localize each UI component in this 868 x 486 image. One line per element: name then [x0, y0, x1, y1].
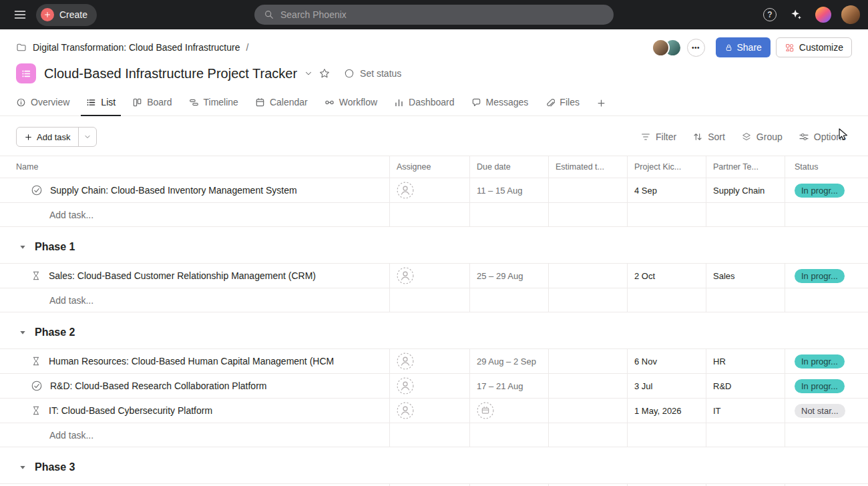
column-header-assignee[interactable]: Assignee	[390, 156, 470, 178]
task-name-cell[interactable]: R&D: Cloud-Based Research Collaboration …	[0, 374, 390, 398]
due-date-cell[interactable]: 11 – 15 Aug	[470, 178, 549, 202]
calendar-placeholder-icon[interactable]	[477, 402, 494, 419]
status-cell[interactable]: In progr...	[785, 374, 868, 398]
task-name-cell[interactable]: IT: Cloud-Based Cybersecurity Platform	[0, 399, 390, 423]
sidebar-toggle-button[interactable]	[8, 3, 32, 27]
assignee-placeholder-icon[interactable]	[397, 377, 414, 395]
more-members-button[interactable]: •••	[687, 39, 705, 57]
project-kickoff-cell[interactable]: 2 Oct	[628, 264, 706, 288]
favorite-star-button[interactable]	[318, 67, 331, 79]
options-button[interactable]: Options	[793, 128, 852, 146]
add-task-caret-button[interactable]	[78, 128, 96, 146]
tab-calendar[interactable]: Calendar	[250, 91, 313, 116]
due-date-cell[interactable]: 17 – 21 Aug	[470, 374, 549, 398]
hourglass-icon[interactable]	[31, 356, 41, 367]
assignee-cell[interactable]	[390, 178, 470, 202]
help-button[interactable]: ?	[763, 8, 777, 21]
add-task-button[interactable]: Add task	[17, 128, 78, 146]
add-task-inline[interactable]: Add task...	[0, 288, 390, 312]
partner-team-cell[interactable]: IT	[706, 399, 785, 423]
filter-button[interactable]: Filter	[634, 128, 682, 146]
estimated-cell[interactable]	[549, 399, 628, 423]
partner-team-cell[interactable]: Supply Chain	[706, 178, 785, 202]
title-chevron-button[interactable]	[304, 69, 313, 78]
add-task-inline[interactable]: Add task...	[0, 203, 390, 226]
task-name[interactable]: Sales: Cloud-Based Customer Relationship…	[49, 270, 316, 281]
project-kickoff-cell[interactable]: 3 Jul	[628, 374, 706, 398]
task-name-cell[interactable]: Sales: Cloud-Based Customer Relationship…	[0, 264, 390, 288]
column-header-estimated[interactable]: Estimated t...	[549, 156, 628, 178]
search-input[interactable]	[280, 9, 604, 20]
assignee-cell[interactable]	[390, 264, 470, 288]
user-avatar[interactable]	[841, 5, 860, 24]
task-name-cell[interactable]: Supply Chain: Cloud-Based Inventory Mana…	[0, 178, 390, 202]
estimated-cell[interactable]	[549, 349, 628, 373]
estimated-cell[interactable]	[549, 178, 628, 202]
tab-workflow[interactable]: Workflow	[319, 91, 383, 116]
hourglass-icon[interactable]	[31, 405, 41, 416]
section-collapse-caret[interactable]	[18, 328, 27, 337]
estimated-cell[interactable]	[549, 374, 628, 398]
project-kickoff-cell[interactable]: 6 Nov	[628, 349, 706, 373]
table-row[interactable]: IT: Cloud-Based Cybersecurity Platform 1…	[0, 399, 868, 423]
task-name[interactable]: IT: Cloud-Based Cybersecurity Platform	[49, 405, 212, 416]
project-icon[interactable]	[16, 63, 36, 83]
set-status-button[interactable]: Set status	[344, 68, 401, 79]
tab-messages[interactable]: Messages	[466, 91, 534, 116]
check-circle-icon[interactable]	[31, 380, 43, 392]
share-button[interactable]: Share	[716, 37, 771, 57]
status-cell[interactable]: Not star...	[785, 399, 868, 423]
status-badge[interactable]: In progr...	[795, 379, 845, 393]
assignee-placeholder-icon[interactable]	[397, 352, 414, 370]
task-name-cell[interactable]: Human Resources: Cloud-Based Human Capit…	[0, 349, 390, 373]
tab-board[interactable]: Board	[127, 91, 177, 116]
section-title[interactable]: Phase 2	[35, 326, 75, 338]
estimated-cell[interactable]	[549, 264, 628, 288]
ai-sparkle-button[interactable]	[787, 5, 805, 24]
breadcrumb-label[interactable]: Digital Transformation: Cloud Based Infr…	[33, 42, 240, 53]
assignee-placeholder-icon[interactable]	[397, 402, 414, 419]
task-name[interactable]: R&D: Cloud-Based Research Collaboration …	[50, 381, 266, 391]
column-header-due-date[interactable]: Due date	[470, 156, 549, 178]
table-row[interactable]: R&D: Cloud-Based Research Collaboration …	[0, 374, 868, 399]
search-bar[interactable]	[254, 5, 614, 25]
table-row[interactable]: Supply Chain: Cloud-Based Inventory Mana…	[0, 178, 868, 203]
column-header-partner-team[interactable]: Partner Te...	[706, 156, 785, 178]
column-header-name[interactable]: Name	[0, 156, 390, 178]
status-cell[interactable]: In progr...	[785, 178, 868, 202]
project-kickoff-cell[interactable]: 1 May, 2026	[628, 399, 706, 423]
due-date-cell[interactable]: 25 – 29 Aug	[470, 264, 549, 288]
assignee-cell[interactable]	[390, 349, 470, 373]
status-badge[interactable]: In progr...	[795, 184, 845, 198]
section-title[interactable]: Phase 1	[35, 241, 75, 253]
sort-button[interactable]: Sort	[686, 128, 731, 146]
section-title[interactable]: Phase 3	[35, 461, 75, 473]
add-tab-button[interactable]	[591, 92, 612, 115]
check-circle-icon[interactable]	[31, 184, 43, 196]
group-button[interactable]: Group	[735, 128, 789, 146]
status-cell[interactable]: In progr...	[785, 349, 868, 373]
customize-button[interactable]: Customize	[776, 37, 852, 57]
due-date-cell[interactable]	[470, 399, 549, 423]
status-badge[interactable]: In progr...	[795, 269, 845, 283]
assignee-placeholder-icon[interactable]	[397, 182, 414, 199]
status-badge[interactable]: Not star...	[795, 404, 845, 418]
table-row[interactable]: Sales: Cloud-Based Customer Relationship…	[0, 264, 868, 288]
assignee-cell[interactable]	[390, 374, 470, 398]
tab-list[interactable]: List	[81, 91, 121, 116]
partner-team-cell[interactable]: Sales	[706, 264, 785, 288]
tab-dashboard[interactable]: Dashboard	[389, 91, 460, 116]
table-row[interactable]: Human Resources: Cloud-Based Human Capit…	[0, 349, 868, 374]
member-avatar-1[interactable]	[652, 39, 670, 57]
project-kickoff-cell[interactable]: 4 Sep	[628, 178, 706, 202]
assignee-cell[interactable]	[390, 399, 470, 423]
task-name[interactable]: Supply Chain: Cloud-Based Inventory Mana…	[50, 185, 297, 196]
tab-timeline[interactable]: Timeline	[184, 91, 244, 116]
create-button[interactable]: Create	[36, 4, 97, 26]
column-header-status[interactable]: Status	[785, 156, 868, 178]
section-collapse-caret[interactable]	[18, 463, 27, 472]
add-task-inline[interactable]: Add task...	[0, 423, 390, 447]
assignee-placeholder-icon[interactable]	[397, 267, 414, 284]
status-badge[interactable]: In progr...	[795, 354, 845, 369]
partner-team-cell[interactable]: R&D	[706, 374, 785, 398]
